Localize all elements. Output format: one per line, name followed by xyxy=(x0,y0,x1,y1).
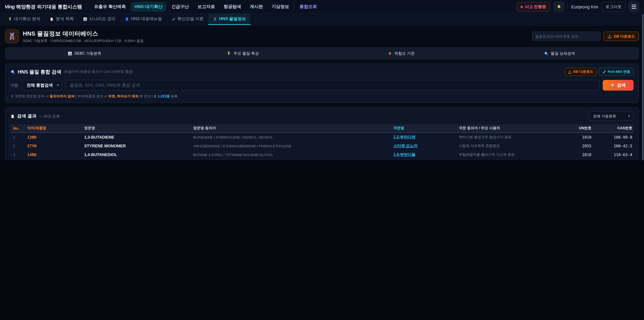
chevron-down-icon: ▼ xyxy=(628,114,630,118)
results-title: 검색 결과 xyxy=(17,113,36,119)
tab-analysis-list[interactable]: 분석 목록 xyxy=(45,14,78,25)
nav-item-oil-spill[interactable]: 유출유 확산예측 xyxy=(90,2,130,12)
row-en: 1,3-BUTADIENE xyxy=(84,135,193,139)
table-row[interactable]: 2 STYN STYRENE MONOMER VINYLBENZENE / ET… xyxy=(10,142,634,150)
table-row[interactable]: 3 14BD 1,4-BUTANEDIOL BUTANE-1,4-DIOL / … xyxy=(10,150,634,159)
col-kr-name: 국문명 xyxy=(394,126,459,131)
nav-item-weather[interactable]: 기상정보 xyxy=(268,2,293,12)
col-kr-syn: 국문 동의어 / 주요 사용처 xyxy=(459,126,568,131)
header-db-download-button[interactable]: DB 다운로드 xyxy=(604,32,639,41)
row-cas: 100-42-5 xyxy=(595,143,634,148)
link-icon xyxy=(602,70,606,74)
tab-scenario-management[interactable]: 시나리오 관리 xyxy=(78,14,120,25)
row-kr-syn: 스틸렌·석유화학 중합원료 xyxy=(459,143,568,148)
row-code: 14BD xyxy=(27,152,84,157)
app-root: Ving 해양환경 위기대응 통합시스템 유출유 확산예측 HNS·대기확산 긴… xyxy=(0,0,644,160)
integrated-search-panel: HNS 물질 통합 검색 (화물약어·제품명·동의어·CAS·UN번호 통합) … xyxy=(5,64,639,103)
bar-chart-icon xyxy=(83,17,87,21)
db-download-button[interactable]: DB 다운로드 xyxy=(564,68,597,76)
scrollbar-track[interactable] xyxy=(642,0,644,160)
download-icon xyxy=(568,70,572,74)
scrollbar-thumb[interactable] xyxy=(642,14,644,160)
tab-hns-substance-info[interactable]: HNS 물질정보 xyxy=(208,14,251,25)
behavior-class-filter-select[interactable]: 전체 거동분류 ▼ xyxy=(589,111,634,121)
sub-navbar: 대기확산 분석 분석 목록 시나리오 관리 HNS 대응매뉴얼 확산모델 이론 … xyxy=(0,14,644,25)
incident-status-badge[interactable]: 사고 진행중 xyxy=(516,2,550,12)
lightning-icon xyxy=(388,51,392,56)
page-title-block: HNS 물질정보 데이터베이스 SEBC 거동분류 · CHRIS/CAMEO … xyxy=(23,29,144,43)
results-table: No. 약자/제품명 영문명 영문명 동의어 국문명 국문 동의어 / 주요 사… xyxy=(10,124,634,160)
tab-hns-manual[interactable]: HNS 대응매뉴얼 xyxy=(120,14,167,25)
page-header-actions: DB 다운로드 xyxy=(532,32,639,41)
logout-button[interactable]: 로그아웃 xyxy=(602,2,625,12)
top-navbar: Ving 해양환경 위기대응 통합시스템 유출유 확산예측 HNS·대기확산 긴… xyxy=(0,0,644,14)
search-button[interactable]: 검색 xyxy=(603,80,634,91)
topnav-right: 사고 진행중 Eunjeong Kim 로그아웃 xyxy=(516,1,639,12)
row-no: 1 xyxy=(10,135,27,139)
divider xyxy=(86,4,86,10)
nav-item-rescue[interactable]: 긴급구난 xyxy=(168,2,192,12)
col-code: 약자/제품명 xyxy=(27,126,84,131)
row-un: 2055 xyxy=(568,143,595,148)
tab-detail-search[interactable]: 물질 상세검색 xyxy=(480,48,639,59)
tab-key-properties[interactable]: 주요 물질 특성 xyxy=(164,48,322,59)
tab-risk-criteria[interactable]: 위험도 기준 xyxy=(322,48,480,59)
category-tab-bar: SEBC 거동분류 주요 물질 특성 위험도 기준 물질 상세검색 xyxy=(5,47,639,59)
row-kr-link[interactable]: 스티렌 모노머 xyxy=(394,144,418,148)
row-kr-syn: 부타디엔·합성고무·합성수지 원료 xyxy=(459,135,568,139)
row-cas: 110-63-4 xyxy=(595,152,634,157)
row-code: 13BD xyxy=(27,135,84,139)
table-row[interactable]: 1 13BD 1,3-BUTADIENE BUTADIENE / PYRROYL… xyxy=(10,133,634,142)
tab-sebc-classification[interactable]: SEBC 거동분류 xyxy=(5,48,164,59)
search-icon xyxy=(10,69,16,74)
tab-diffusion-model-theory[interactable]: 확산모델 이론 xyxy=(167,14,208,25)
bell-icon xyxy=(556,4,561,9)
dna-icon xyxy=(213,17,217,21)
nav-item-reports[interactable]: 보고자료 xyxy=(194,2,219,12)
logo-title: 해양환경 위기대응 통합시스템 xyxy=(16,4,82,10)
unified-search-input[interactable] xyxy=(66,80,600,91)
tab-diffusion-analysis[interactable]: 대기확산 분석 xyxy=(3,14,45,25)
hamburger-icon xyxy=(632,5,636,9)
row-kr-syn: 부틸렌글리콜·플라스틱 가소제 원료 xyxy=(459,152,568,157)
search-panel-title: HNS 물질 통합 검색 xyxy=(18,69,61,75)
search-type-select[interactable]: 전체 통합검색 ▼ xyxy=(22,80,62,91)
nav-item-hns-diffusion[interactable]: HNS·대기확산 xyxy=(131,2,166,12)
search-results-panel: 검색 결과 — 20건 조회 전체 거동분류 ▼ No. 약자/제품명 영문명 … xyxy=(5,107,639,160)
nav-item-aerial-search[interactable]: 항공탐색 xyxy=(220,2,245,12)
table-row[interactable]: 4 BASEOIL HYDRAULIC FLUID BASE OIL / HYD… xyxy=(10,159,634,160)
row-en-syn: BUTANE-1,4-DIOL / TETRAMETHYLENE GLYCOL xyxy=(193,153,394,157)
page-icon-box xyxy=(5,29,19,43)
menu-button[interactable] xyxy=(628,1,639,12)
col-en-syn: 영문명 동의어 xyxy=(193,126,394,131)
magnifier-icon xyxy=(611,83,615,87)
row-no: 2 xyxy=(10,144,27,148)
divider xyxy=(294,4,294,10)
header-search-input[interactable] xyxy=(532,32,601,41)
app-logo[interactable]: Ving 해양환경 위기대응 통합시스템 xyxy=(5,4,82,10)
user-name: Eunjeong Kim xyxy=(571,4,598,9)
results-table-header: No. 약자/제품명 영문명 영문명 동의어 국문명 국문 동의어 / 주요 사… xyxy=(10,124,634,133)
red-dot-icon xyxy=(520,6,523,8)
nav-item-integrated-query[interactable]: 통합조회 xyxy=(296,2,321,12)
test-tube-icon xyxy=(8,17,12,21)
row-no: 3 xyxy=(10,153,27,157)
search-hint: ※ 국문명·영문명 검색 시 동의어까지 검색 | 약자/제품명 검색 시 부호… xyxy=(10,94,634,99)
notifications-button[interactable] xyxy=(554,1,564,12)
results-count: — 20건 조회 xyxy=(39,114,60,119)
test-tube-icon xyxy=(227,51,231,56)
row-un: 1010 xyxy=(568,135,595,139)
main-menu: 유출유 확산예측 HNS·대기확산 긴급구난 보고자료 항공탐색 게시판 기상정… xyxy=(90,2,321,12)
dna-icon xyxy=(8,32,16,40)
row-kr-link[interactable]: 1,3-부타디엔 xyxy=(394,135,416,139)
nav-item-board[interactable]: 게시판 xyxy=(246,2,267,12)
col-no: No. xyxy=(10,126,27,130)
col-cas: CAS번호 xyxy=(595,126,634,131)
row-kr-link[interactable]: 1,4-부탄디올 xyxy=(394,152,416,156)
row-en-syn: VINYLBENZENE / ETHENYLBENZENE / PHENYLET… xyxy=(193,144,394,148)
clipboard-icon xyxy=(50,17,54,21)
portmis-link-button[interactable]: Port-MIS 연동 xyxy=(599,68,634,76)
row-cas: 106-99-0 xyxy=(595,135,634,139)
divider xyxy=(568,4,568,10)
page-subtitle: SEBC 거동분류 · CHRIS/CAMEO DB · AEGL/ERPG/I… xyxy=(23,39,144,43)
